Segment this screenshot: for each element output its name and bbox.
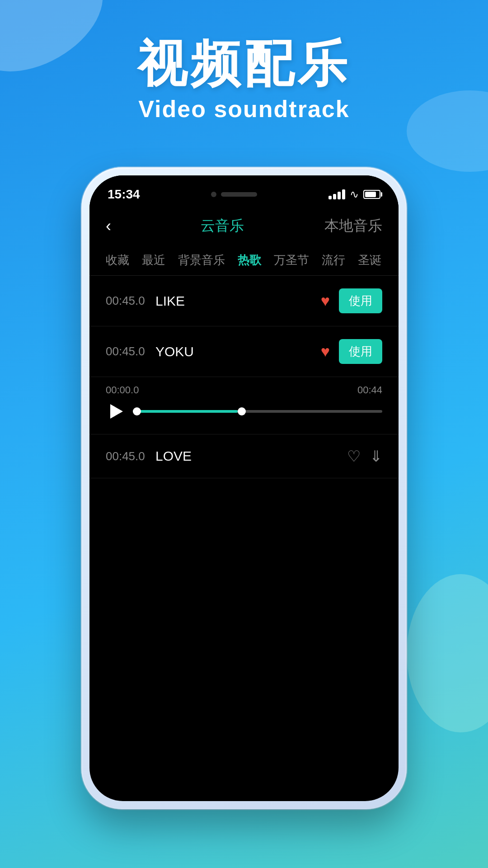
progress-container [106,400,382,421]
song-name-love: LOVE [155,448,347,464]
like-button-yoku[interactable]: ♥ [321,343,330,360]
current-time-label: 00:00.0 [106,384,139,396]
progress-thumb-start[interactable] [133,407,141,415]
app-nav-bar: ‹ 云音乐 本地音乐 [89,207,399,245]
status-time: 15:34 [108,187,140,202]
tab-halloween[interactable]: 万圣节 [274,252,309,268]
tab-background-music[interactable]: 背景音乐 [178,252,225,268]
tab-favorites[interactable]: 收藏 [106,252,129,268]
progress-track[interactable] [133,410,382,413]
end-time-label: 00:44 [357,384,382,396]
phone-screen: 15:34 ∿ [89,175,399,801]
signal-icon [328,189,345,199]
song-name-like: LIKE [155,293,321,309]
song-item-yoku[interactable]: 00:45.0 YOKU ♥ 使用 [89,326,399,377]
header-area: 视频配乐 Video soundtrack [0,36,488,123]
like-button-love[interactable]: ♡ [347,447,361,465]
song-duration-like: 00:45.0 [106,294,155,308]
song-item-like[interactable]: 00:45.0 LIKE ♥ 使用 [89,276,399,326]
download-button-love[interactable]: ⇓ [370,447,382,465]
category-tabs: 收藏 最近 背景音乐 热歌 万圣节 流行 圣诞 [89,245,399,276]
play-triangle-icon [110,404,123,419]
local-music-tab[interactable]: 本地音乐 [324,216,382,236]
song-name-yoku: YOKU [155,344,321,359]
cloud-music-tab[interactable]: 云音乐 [120,216,324,236]
notch [198,186,270,203]
song-duration-yoku: 00:45.0 [106,344,155,359]
bg-decoration-bottom-right [407,574,488,732]
use-button-yoku[interactable]: 使用 [339,339,382,364]
notch-pill [221,192,257,197]
status-bar: 15:34 ∿ [89,175,399,207]
song-item-love[interactable]: 00:45.0 LOVE ♡ ⇓ [89,434,399,478]
signal-bar-3 [338,192,341,199]
progress-thumb-end[interactable] [238,407,246,415]
song-duration-love: 00:45.0 [106,449,155,463]
player-expanded-yoku: 00:00.0 00:44 [89,377,399,434]
signal-bar-2 [333,194,336,199]
tab-recent[interactable]: 最近 [142,252,165,268]
back-button[interactable]: ‹ [106,217,111,236]
phone-outer-shell: 15:34 ∿ [81,167,407,809]
progress-fill [133,410,238,413]
signal-bar-4 [342,189,345,199]
notch-camera [211,192,216,197]
page-sub-title: Video soundtrack [0,95,488,123]
tab-popular[interactable]: 流行 [322,252,345,268]
wifi-icon: ∿ [350,188,359,201]
song-list: 00:45.0 LIKE ♥ 使用 00:45.0 YOKU ♥ 使用 00:0… [89,276,399,478]
battery-icon [363,190,380,199]
page-main-title: 视频配乐 [0,36,488,91]
signal-bar-1 [328,196,332,199]
status-icons: ∿ [328,188,380,201]
player-timeline: 00:00.0 00:44 [106,384,382,400]
like-button-like[interactable]: ♥ [321,292,330,310]
use-button-like[interactable]: 使用 [339,288,382,313]
tab-hot-songs[interactable]: 热歌 [238,252,261,268]
play-button[interactable] [106,401,126,421]
battery-fill [365,192,376,197]
phone-mockup: 15:34 ∿ [81,167,407,809]
tab-christmas[interactable]: 圣诞 [358,252,381,268]
